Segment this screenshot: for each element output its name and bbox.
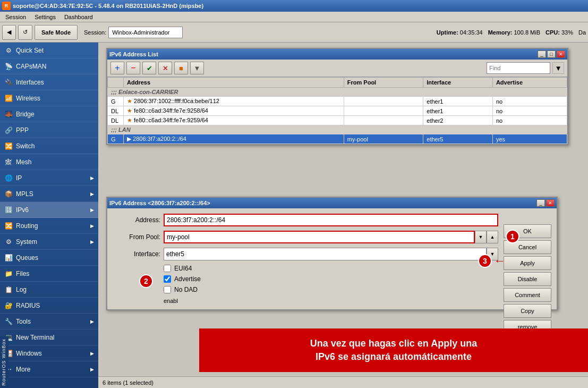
eui64-checkbox[interactable] — [164, 265, 171, 272]
apply-annotation: 3 ← — [478, 254, 506, 268]
sidebar-item-ppp[interactable]: 🔗 PPP — [0, 122, 98, 138]
mpls-icon: 📦 — [4, 190, 13, 198]
sidebar-item-mpls[interactable]: 📦 MPLS ▶ — [0, 186, 98, 202]
ip-icon: 🌐 — [4, 174, 13, 182]
find-dropdown-button[interactable]: ▼ — [552, 62, 564, 74]
check-button[interactable]: ✔ — [142, 62, 156, 74]
table-row-selected[interactable]: G ▶ 2806:3f7:a200:2::/64 my-pool ether5 … — [108, 134, 567, 144]
system-icon: ⚙ — [4, 238, 13, 246]
refresh-button[interactable]: ↺ — [18, 25, 32, 40]
sidebar-label-more: More — [16, 366, 30, 373]
advertise-row: Advertise 2 — [113, 275, 498, 283]
sidebar-item-system[interactable]: ⚙ System ▶ — [0, 234, 98, 250]
sidebar-item-tools[interactable]: 🔧 Tools ▶ — [0, 314, 98, 330]
banner-line1: Una vez que hagas clic en Apply una — [210, 337, 577, 350]
minimize-button[interactable]: _ — [538, 50, 546, 58]
row-sel-interface: ether5 — [423, 134, 493, 144]
memory-label: Memory: — [488, 29, 513, 36]
sidebar-label-tools: Tools — [16, 318, 31, 325]
from-pool-up-button[interactable]: ▲ — [487, 231, 498, 243]
nodad-checkbox[interactable] — [164, 286, 171, 293]
wireless-icon: 📶 — [4, 94, 13, 103]
group-label-carrier: ;;; Enlace-con-CARRIER — [108, 88, 567, 97]
list-toolbar: + − ✔ ✕ ■ ▼ ▼ — [107, 60, 567, 77]
sidebar-item-interfaces[interactable]: 🔌 Interfaces — [0, 74, 98, 90]
sidebar-item-routing[interactable]: 🔀 Routing ▶ — [0, 218, 98, 234]
apply-button[interactable]: Apply — [504, 256, 551, 270]
from-pool-dropdown-button[interactable]: ▼ — [475, 231, 487, 243]
cpu-label: CPU: — [546, 29, 560, 36]
sidebar-label-switch: Switch — [16, 142, 35, 150]
interface-input[interactable] — [164, 248, 487, 260]
sidebar-label-ppp: PPP — [16, 126, 29, 134]
menu-settings[interactable]: Settings — [30, 13, 60, 21]
back-button[interactable]: ◀ — [2, 25, 16, 40]
winbox-label: RouterOS WinBox — [0, 336, 8, 388]
sidebar-label-ipv6: IPv6 — [16, 206, 29, 214]
sidebar-item-more[interactable]: ⋯ More ▶ — [0, 361, 98, 377]
add-button[interactable]: + — [110, 62, 124, 74]
info-banner: Una vez que hagas clic en Apply una IPv6… — [199, 328, 588, 372]
sidebar-label-log: Log — [16, 286, 27, 293]
sidebar-item-bridge[interactable]: 🌉 Bridge — [0, 106, 98, 122]
disable-button[interactable]: Disable — [504, 272, 551, 286]
advertise-checkbox[interactable] — [164, 275, 171, 283]
sidebar-item-queues[interactable]: 📊 Queues — [0, 250, 98, 266]
sidebar-label-system: System — [16, 238, 37, 246]
table-row[interactable]: G ★ 2806:3f7:1002::ffff:f0ca:bebe/112 et… — [108, 97, 567, 106]
sidebar-item-switch[interactable]: 🔀 Switch — [0, 138, 98, 154]
row2-pool — [344, 106, 423, 116]
ipv6-list-title: IPv6 Address List — [109, 51, 158, 57]
sidebar-item-quickset[interactable]: ⚙ Quick Set — [0, 43, 98, 58]
ipv6-arrow-icon: ▶ — [90, 207, 94, 213]
safe-mode-button[interactable]: Safe Mode — [35, 25, 78, 40]
sidebar: ⚙ Quick Set 📡 CAPsMAN 🔌 Interfaces 📶 Wir… — [0, 43, 98, 388]
sidebar-item-log[interactable]: 📋 Log — [0, 282, 98, 298]
sidebar-item-files[interactable]: 📁 Files — [0, 266, 98, 282]
col-address[interactable]: Address — [124, 78, 344, 88]
address-input[interactable] — [164, 214, 498, 226]
col-interface[interactable]: Interface — [423, 78, 493, 88]
col-flag — [108, 78, 124, 88]
close-button[interactable]: ✕ — [557, 50, 565, 58]
main-layout: ⚙ Quick Set 📡 CAPsMAN 🔌 Interfaces 📶 Wir… — [0, 43, 588, 388]
sidebar-item-windows[interactable]: 🪟 Windows ▶ — [0, 345, 98, 361]
sidebar-item-ip[interactable]: 🌐 IP ▶ — [0, 170, 98, 186]
address-row: Address: — [113, 214, 498, 226]
comment-button[interactable]: Comment — [504, 288, 551, 302]
from-pool-label: From Pool: — [113, 233, 160, 241]
sidebar-label-mpls: MPLS — [16, 190, 33, 198]
group-header-carrier: ;;; Enlace-con-CARRIER — [108, 88, 567, 97]
remove-button[interactable]: − — [126, 62, 140, 74]
table-row[interactable]: DL ★ fe80::c6ad:34ff:fe7e:9259/64 ether2… — [108, 116, 567, 125]
table-row[interactable]: DL ★ fe80::c6ad:34ff:fe7e:9258/64 ether1… — [108, 106, 567, 116]
filter-button[interactable]: ▼ — [190, 62, 204, 74]
menu-session[interactable]: Session — [1, 13, 30, 21]
comment-list-button[interactable]: ■ — [174, 62, 188, 74]
sidebar-label-windows: Windows — [16, 350, 42, 357]
row2-interface: ether1 — [423, 106, 493, 116]
menu-bar: Session Settings Dashboard — [0, 12, 588, 22]
arrow-left-icon: ← — [494, 254, 506, 268]
uncheck-button[interactable]: ✕ — [158, 62, 172, 74]
dialog-close-button[interactable]: ✕ — [546, 199, 555, 207]
col-frompool[interactable]: From Pool — [344, 78, 423, 88]
from-pool-input[interactable] — [164, 231, 475, 243]
status-text: 6 items (1 selected) — [103, 379, 154, 386]
copy-button[interactable]: Copy — [504, 304, 551, 318]
sidebar-item-newterminal[interactable]: 💻 New Terminal — [0, 330, 98, 345]
annotation-3: 3 — [478, 254, 492, 268]
sidebar-item-capsman[interactable]: 📡 CAPsMAN — [0, 58, 98, 74]
sidebar-item-ipv6[interactable]: 🔢 IPv6 ▶ — [0, 202, 98, 218]
row3-interface: ether2 — [423, 116, 493, 125]
sidebar-item-wireless[interactable]: 📶 Wireless — [0, 90, 98, 106]
capsman-icon: 📡 — [4, 62, 13, 71]
find-input[interactable] — [487, 62, 550, 74]
dialog-minimize-button[interactable]: _ — [536, 199, 545, 207]
col-advertise[interactable]: Advertise — [492, 78, 567, 88]
group-label-lan: ;;; LAN — [108, 125, 567, 134]
maximize-button[interactable]: □ — [547, 50, 556, 58]
menu-dashboard[interactable]: Dashboard — [60, 13, 97, 21]
sidebar-item-radius[interactable]: 🔐 RADIUS — [0, 298, 98, 314]
sidebar-item-mesh[interactable]: 🕸 Mesh — [0, 154, 98, 170]
